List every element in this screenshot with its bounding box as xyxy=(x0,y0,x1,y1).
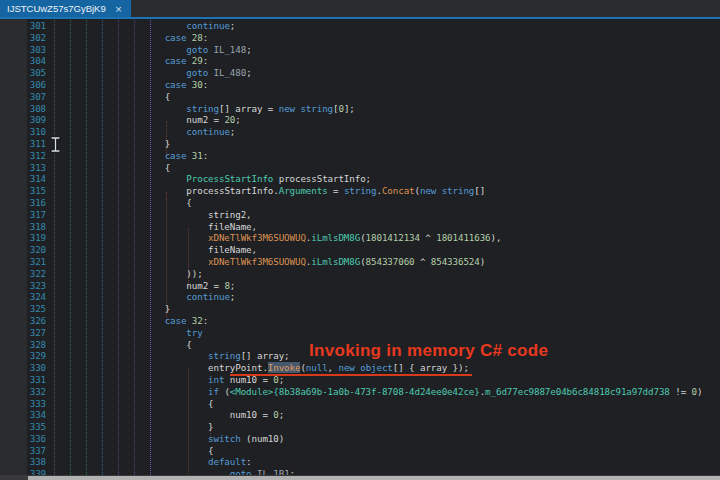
code-line[interactable]: 308 string[] array = new string[0]; xyxy=(0,103,720,115)
code-text: ProcessStartInfo processStartInfo; xyxy=(48,173,371,185)
line-number[interactable]: 324 xyxy=(0,291,48,303)
code-text: } xyxy=(48,421,214,433)
horizontal-scrollbar[interactable] xyxy=(0,475,720,480)
line-number[interactable]: 318 xyxy=(0,221,48,233)
line-number[interactable]: 339 xyxy=(0,468,48,475)
code-token: continue xyxy=(186,20,229,31)
line-number[interactable]: 304 xyxy=(0,55,48,67)
code-token: } xyxy=(165,138,170,149)
line-number[interactable]: 303 xyxy=(0,44,48,56)
line-number[interactable]: 320 xyxy=(0,244,48,256)
code-line[interactable]: 337 { xyxy=(0,445,720,457)
code-token: string xyxy=(344,185,377,196)
line-number[interactable]: 333 xyxy=(0,398,48,410)
code-token: : xyxy=(203,32,208,43)
code-line[interactable]: 327 try xyxy=(0,327,720,339)
line-number[interactable]: 330 xyxy=(0,362,48,374)
code-line[interactable]: 330 entryPoint.Invoke(null, new object[]… xyxy=(0,362,720,374)
code-line[interactable]: 314 ProcessStartInfo processStartInfo; xyxy=(0,173,720,185)
code-line[interactable]: 326 case 32: xyxy=(0,315,720,327)
line-number[interactable]: 325 xyxy=(0,303,48,315)
code-line[interactable]: 333 { xyxy=(0,398,720,410)
line-number[interactable]: 326 xyxy=(0,315,48,327)
code-line[interactable]: 338 default: xyxy=(0,456,720,468)
code-token: case xyxy=(165,315,187,326)
line-number[interactable]: 323 xyxy=(0,280,48,292)
code-editor[interactable]: 301 continue;302 case 28:303 goto IL_148… xyxy=(0,19,720,475)
code-line[interactable]: 332 if (<Module>{8b38a69b-1a0b-473f-8708… xyxy=(0,386,720,398)
line-number[interactable]: 327 xyxy=(0,327,48,339)
line-number[interactable]: 336 xyxy=(0,433,48,445)
code-line[interactable]: 307 { xyxy=(0,91,720,103)
line-number[interactable]: 312 xyxy=(0,150,48,162)
line-number[interactable]: 301 xyxy=(0,20,48,32)
line-number[interactable]: 313 xyxy=(0,162,48,174)
code-token: ^ xyxy=(420,232,436,243)
code-line[interactable]: 325 } xyxy=(0,303,720,315)
line-number[interactable]: 309 xyxy=(0,114,48,126)
code-line[interactable]: 336 switch (num10) xyxy=(0,433,720,445)
code-line[interactable]: 306 case 30: xyxy=(0,79,720,91)
code-line[interactable]: 316 { xyxy=(0,197,720,209)
code-line[interactable]: 315 processStartInfo.Arguments = string.… xyxy=(0,185,720,197)
line-number[interactable]: 335 xyxy=(0,421,48,433)
code-line[interactable]: 312 case 31: xyxy=(0,150,720,162)
code-line[interactable]: 311 } xyxy=(0,138,720,150)
code-line[interactable]: 321 xDNeTlWkf3M6SUOWUQ.iLmlsDM8G(8543370… xyxy=(0,256,720,268)
code-line[interactable]: 304 case 29: xyxy=(0,55,720,67)
line-number[interactable]: 319 xyxy=(0,232,48,244)
code-line[interactable]: 303 goto IL_148; xyxy=(0,44,720,56)
code-line[interactable]: 322 )); xyxy=(0,268,720,280)
code-line[interactable]: 302 case 28: xyxy=(0,32,720,44)
code-line[interactable]: 313 { xyxy=(0,162,720,174)
code-line[interactable]: 317 string2, xyxy=(0,209,720,221)
code-line[interactable]: 305 goto IL_480; xyxy=(0,67,720,79)
code-line[interactable]: 324 continue; xyxy=(0,291,720,303)
code-line[interactable]: 310 continue; xyxy=(0,126,720,138)
line-number[interactable]: 338 xyxy=(0,456,48,468)
line-number[interactable]: 322 xyxy=(0,268,48,280)
code-text: num2 = 20; xyxy=(48,114,241,126)
code-text: { xyxy=(48,339,192,351)
code-line[interactable]: 320 fileName, xyxy=(0,244,720,256)
tab-decompiled-file[interactable]: IJSTCUwZ57s7GyBjK9 × xyxy=(0,0,131,17)
line-number[interactable]: 329 xyxy=(0,350,48,362)
code-token: IL_148 xyxy=(214,44,247,55)
line-number[interactable]: 332 xyxy=(0,386,48,398)
code-token: processStartInfo; xyxy=(273,173,371,184)
line-number[interactable]: 308 xyxy=(0,103,48,115)
code-line[interactable]: 309 num2 = 20; xyxy=(0,114,720,126)
line-number[interactable]: 302 xyxy=(0,32,48,44)
code-line[interactable]: 334 num10 = 0; xyxy=(0,409,720,421)
line-number[interactable]: 321 xyxy=(0,256,48,268)
code-line[interactable]: 323 num2 = 8; xyxy=(0,280,720,292)
line-number[interactable]: 311 xyxy=(0,138,48,150)
line-number[interactable]: 316 xyxy=(0,197,48,209)
line-number[interactable]: 307 xyxy=(0,91,48,103)
code-line[interactable]: 319 xDNeTlWkf3M6SUOWUQ.iLmlsDM8G(1801412… xyxy=(0,232,720,244)
line-number[interactable]: 334 xyxy=(0,409,48,421)
code-token: IL_1B1 xyxy=(257,468,290,475)
line-number[interactable]: 315 xyxy=(0,185,48,197)
code-line[interactable]: 301 continue; xyxy=(0,20,720,32)
tab-close-icon[interactable]: × xyxy=(115,4,123,14)
line-number[interactable]: 306 xyxy=(0,79,48,91)
line-number[interactable]: 305 xyxy=(0,67,48,79)
code-token: ProcessStartInfo xyxy=(186,173,273,184)
line-number[interactable]: 331 xyxy=(0,374,48,386)
code-token: xDNeTlWkf3M6SUOWUQ xyxy=(208,232,306,243)
line-number[interactable]: 328 xyxy=(0,339,48,351)
line-number[interactable]: 310 xyxy=(0,126,48,138)
code-line[interactable]: 339 goto IL_1B1; xyxy=(0,468,720,475)
line-number[interactable]: 317 xyxy=(0,209,48,221)
code-token: num2 = xyxy=(186,280,224,291)
code-text: processStartInfo.Arguments = string.Conc… xyxy=(48,185,485,197)
code-line[interactable]: 335 } xyxy=(0,421,720,433)
line-number[interactable]: 337 xyxy=(0,445,48,457)
code-line[interactable]: 318 fileName, xyxy=(0,221,720,233)
code-text: xDNeTlWkf3M6SUOWUQ.iLmlsDM8G(854337060 ^… xyxy=(48,256,485,268)
code-text: case 28: xyxy=(48,32,208,44)
horizontal-scrollbar-thumb[interactable] xyxy=(28,476,720,480)
code-token: ), xyxy=(491,232,502,243)
line-number[interactable]: 314 xyxy=(0,173,48,185)
